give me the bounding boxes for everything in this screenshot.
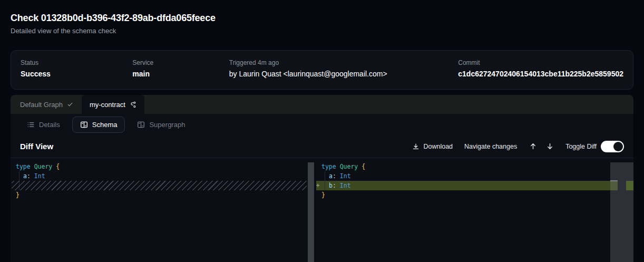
token-type-name: Query (340, 163, 358, 170)
token-brace-close: } (321, 191, 325, 199)
token-brace-open: { (362, 163, 365, 170)
token-brace-open: { (56, 163, 60, 170)
code-line: type Query { (316, 162, 633, 171)
token-brace-close: } (16, 191, 19, 199)
summary-commit: Commit c1dc62724702406154013cbe11b225b2e… (458, 59, 623, 79)
toggle-thumb (613, 142, 623, 151)
graph-tab-contract-label: my-contract (90, 101, 125, 109)
token-colon: : (27, 172, 31, 180)
commit-label: Commit (458, 59, 623, 67)
contract-icon (130, 101, 136, 108)
toggle-diff-label: Toggle Diff (565, 143, 597, 150)
graph-tab-default[interactable]: Default Graph (11, 95, 82, 114)
code-line: a: Int (11, 171, 314, 181)
code-line: type Query { (11, 162, 314, 171)
token-field: a (329, 172, 333, 180)
added-change-marker (626, 181, 633, 190)
added-line-plus-sign: + (314, 181, 321, 190)
summary-status: Status Success (21, 59, 132, 79)
graph-tab-contract[interactable]: my-contract (82, 95, 144, 114)
token-type-name: Query (34, 163, 53, 170)
token-scalar: Int (34, 172, 45, 180)
view-tabs: Details Schema Supergraph (11, 114, 633, 135)
token-keyword: type (321, 163, 336, 170)
triggered-value: by Laurin Quast <laurinquast@googlemail.… (229, 69, 458, 79)
code-line-added: b: Int (316, 181, 633, 190)
tab-schema[interactable]: Schema (72, 117, 125, 133)
token-colon: : (333, 182, 336, 189)
diff-placeholder-hatch (12, 181, 307, 190)
download-label: Download (423, 143, 453, 150)
columns-icon (80, 121, 88, 129)
diff-header: Diff View Download Navigate changes Togg… (11, 135, 633, 158)
scrollbar-overview-ruler[interactable] (610, 162, 633, 262)
check-summary-card: Status Success Service main Triggered 4m… (11, 50, 633, 90)
list-icon (27, 121, 35, 129)
download-icon (412, 143, 419, 150)
check-detail-panel: Details Schema Supergraph Diff View Down… (11, 114, 633, 262)
tab-supergraph[interactable]: Supergraph (130, 117, 192, 133)
toggle-diff-switch[interactable] (601, 141, 624, 152)
token-colon: : (333, 172, 336, 180)
token-keyword: type (16, 163, 31, 170)
graph-tabbar: Default Graph my-contract (11, 95, 633, 114)
summary-triggered: Triggered 4m ago by Laurin Quast <laurin… (229, 59, 458, 79)
tab-schema-label: Schema (92, 121, 118, 129)
diff-pane-before[interactable]: type Query { a: Int } (11, 158, 314, 262)
page-subtitle: Detailed view of the schema check (11, 27, 216, 35)
triggered-label: Triggered 4m ago (229, 59, 458, 67)
code-line: } (11, 190, 314, 200)
page-title: Check 01328b0d-b396-43f2-89ab-dfda065fee… (11, 12, 216, 24)
tab-details-label: Details (39, 121, 60, 129)
graph-tab-default-label: Default Graph (20, 101, 63, 109)
token-field: a (23, 172, 27, 180)
check-icon (67, 101, 73, 108)
arrow-up-icon (529, 142, 537, 150)
schema-diff-editor: type Query { a: Int } + type Query { a: … (11, 158, 633, 262)
token-scalar: Int (340, 182, 351, 189)
code-line: a: Int (316, 171, 633, 181)
status-value: Success (21, 69, 132, 79)
next-change-button[interactable] (543, 140, 556, 153)
commit-value: c1dc62724702406154013cbe11b225b2e5859502 (458, 69, 623, 79)
summary-service: Service main (132, 59, 229, 79)
tab-supergraph-label: Supergraph (149, 121, 185, 129)
ruler-thumb-line (610, 180, 618, 181)
token-scalar: Int (340, 172, 351, 180)
tab-details[interactable]: Details (20, 117, 67, 133)
diff-pane-after[interactable]: type Query { a: Int b: Int } (316, 158, 633, 262)
service-value: main (132, 69, 229, 79)
previous-change-button[interactable] (526, 140, 539, 153)
scrollbar[interactable] (308, 162, 314, 262)
diff-view-heading: Diff View (20, 142, 53, 151)
navigate-changes-label: Navigate changes (464, 143, 517, 150)
columns-icon (137, 121, 145, 129)
status-label: Status (21, 59, 132, 67)
diff-toolbar: Download Navigate changes Toggle Diff (412, 140, 624, 153)
arrow-down-icon (546, 142, 554, 150)
page-header: Check 01328b0d-b396-43f2-89ab-dfda065fee… (11, 12, 216, 35)
service-label: Service (132, 59, 229, 67)
code-line: } (316, 190, 633, 200)
download-button[interactable]: Download (412, 143, 453, 150)
token-field: b (329, 182, 333, 189)
